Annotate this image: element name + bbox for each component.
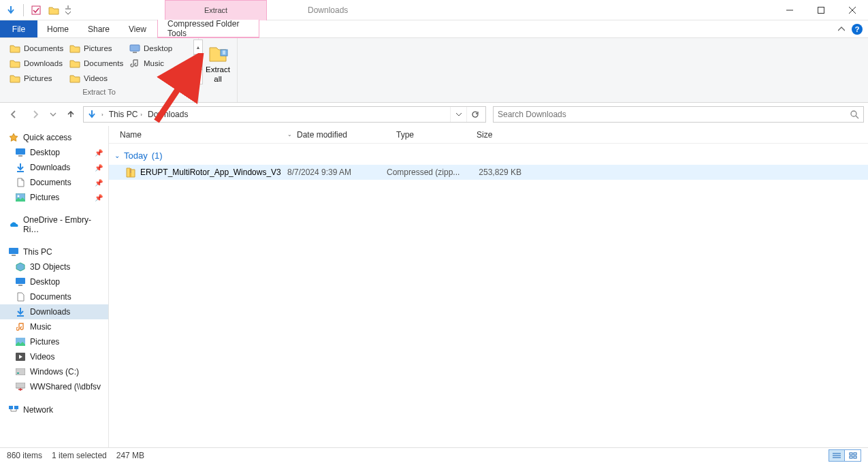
file-row[interactable]: ERUPT_MultiRotor_App_Windows_V3 8/7/2024… [109, 165, 868, 180]
sort-indicator-icon[interactable]: ⌄ [287, 131, 297, 138]
nav-pictures-qa[interactable]: Pictures📌 [0, 190, 108, 205]
svg-rect-2 [818, 7, 824, 13]
extract-to-gallery[interactable]: Documents Pictures Desktop Downloads Doc… [0, 38, 193, 86]
svg-rect-24 [16, 383, 25, 388]
extract-to-downloads[interactable]: Downloads [5, 56, 65, 71]
column-headers[interactable]: Name ⌄ Date modified Type Size [109, 126, 868, 144]
nav-documents-pc[interactable]: Documents [0, 289, 108, 304]
minimize-button[interactable] [774, 0, 805, 20]
address-bar[interactable]: › This PC› Downloads [83, 106, 486, 123]
svg-rect-17 [16, 278, 25, 284]
extract-to-music[interactable]: Music [125, 56, 188, 71]
group-today[interactable]: ⌄ Today (1) [109, 144, 868, 165]
extract-to-videos[interactable]: Videos [65, 71, 125, 86]
chevron-right-icon[interactable]: › [100, 112, 105, 118]
nav-onedrive[interactable]: OneDrive - Embry-Ri… [0, 213, 108, 236]
view-tab[interactable]: View [119, 20, 156, 37]
file-tab[interactable]: File [0, 20, 37, 37]
address-folder-icon [86, 109, 97, 120]
nav-desktop[interactable]: Desktop📌 [0, 145, 108, 160]
svg-rect-10 [16, 148, 25, 155]
nav-music-pc[interactable]: Music [0, 319, 108, 334]
qat-down-arrow-icon[interactable] [4, 3, 18, 17]
svg-rect-25 [9, 406, 13, 409]
back-button[interactable] [4, 106, 23, 123]
extract-to-pictures-2[interactable]: Pictures [5, 71, 65, 86]
qat-check-icon[interactable] [29, 3, 43, 17]
col-size-header[interactable]: Size [477, 130, 542, 140]
compressed-folder-tools-tab[interactable]: Compressed Folder Tools [157, 20, 259, 38]
svg-rect-16 [12, 255, 16, 256]
home-tab[interactable]: Home [37, 20, 78, 37]
nav-downloads-pc[interactable]: Downloads [0, 304, 108, 319]
chevron-down-icon: ⌄ [114, 152, 120, 159]
nav-3d-objects[interactable]: 3D Objects [0, 259, 108, 274]
nav-documents-qa[interactable]: Documents📌 [0, 175, 108, 190]
extract-to-pictures[interactable]: Pictures [65, 41, 125, 56]
file-name: ERUPT_MultiRotor_App_Windows_V3 [140, 167, 281, 177]
qat-folder-icon[interactable] [47, 3, 61, 17]
extract-to-group-label: Extract To [0, 86, 198, 98]
star-icon [8, 132, 19, 143]
nav-desktop-pc[interactable]: Desktop [0, 274, 108, 289]
extract-to-documents[interactable]: Documents [5, 41, 65, 56]
extract-all-icon [207, 42, 229, 64]
svg-line-9 [856, 116, 858, 118]
pin-icon: 📌 [95, 149, 103, 157]
large-icons-view-button[interactable] [845, 449, 861, 462]
navigation-pane[interactable]: Quick access Desktop📌 Downloads📌 Documen… [0, 126, 109, 447]
status-item-count: 860 items [7, 451, 42, 460]
status-size: 247 MB [116, 451, 144, 460]
address-dropdown-button[interactable] [450, 107, 466, 122]
recent-locations-button[interactable] [48, 106, 59, 123]
breadcrumb-this-pc[interactable]: This PC› [108, 110, 145, 119]
svg-rect-37 [854, 456, 856, 458]
quick-access-header[interactable]: Quick access [0, 130, 108, 145]
nav-this-pc[interactable]: This PC [0, 244, 108, 259]
svg-rect-5 [130, 45, 140, 51]
nav-network-drive[interactable]: WWShared (\\dbfsv [0, 379, 108, 394]
nav-network[interactable]: Network [0, 402, 108, 417]
svg-rect-36 [850, 456, 852, 458]
search-box[interactable] [493, 106, 864, 123]
breadcrumb-downloads[interactable]: Downloads [146, 110, 189, 119]
up-button[interactable] [61, 106, 80, 123]
svg-rect-34 [850, 453, 852, 455]
refresh-button[interactable] [466, 107, 483, 122]
zip-file-icon [125, 167, 136, 178]
extract-to-documents-2[interactable]: Documents [65, 56, 125, 71]
minimize-ribbon-icon[interactable] [838, 26, 845, 33]
col-name-header[interactable]: Name [120, 130, 287, 140]
help-button[interactable]: ? [852, 24, 863, 35]
close-button[interactable] [837, 0, 868, 20]
col-date-header[interactable]: Date modified [297, 130, 396, 140]
svg-rect-26 [14, 406, 18, 409]
status-selected: 1 item selected [52, 451, 107, 460]
status-bar: 860 items 1 item selected 247 MB [0, 447, 868, 463]
nav-pictures-pc[interactable]: Pictures [0, 334, 108, 349]
share-tab[interactable]: Share [78, 20, 119, 37]
col-type-header[interactable]: Type [396, 130, 477, 140]
search-input[interactable] [498, 110, 850, 119]
details-view-button[interactable] [829, 449, 845, 462]
svg-rect-11 [18, 155, 22, 157]
svg-rect-0 [32, 6, 40, 14]
file-size: 253,829 KB [467, 167, 532, 177]
extract-to-desktop[interactable]: Desktop [125, 41, 188, 56]
svg-rect-22 [16, 368, 25, 375]
qat-dropdown-icon[interactable] [65, 3, 71, 17]
nav-videos-pc[interactable]: Videos [0, 349, 108, 364]
forward-button[interactable] [26, 106, 45, 123]
svg-rect-23 [17, 372, 19, 374]
window-title: Downloads [308, 5, 348, 15]
pin-icon: 📌 [95, 179, 103, 187]
contextual-tab-label: Extract [199, 5, 233, 15]
nav-downloads-qa[interactable]: Downloads📌 [0, 160, 108, 175]
svg-rect-6 [133, 52, 137, 53]
search-icon[interactable] [850, 110, 859, 119]
maximize-button[interactable] [805, 0, 837, 20]
contextual-tab-title: Extract [165, 0, 267, 20]
extract-all-button[interactable]: Extract all [199, 38, 237, 89]
nav-drive-c[interactable]: Windows (C:) [0, 364, 108, 379]
svg-rect-15 [9, 248, 18, 254]
